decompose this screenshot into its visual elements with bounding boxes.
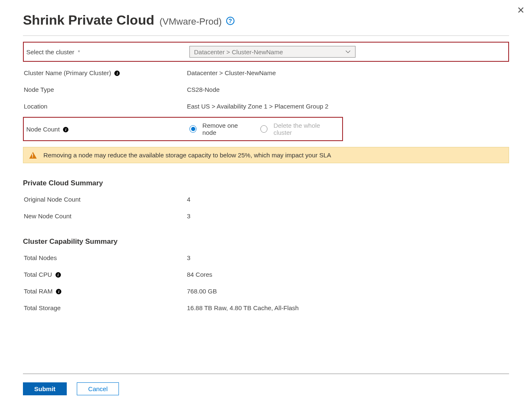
header-divider (23, 35, 509, 36)
info-icon[interactable]: i (56, 289, 61, 294)
close-icon: ✕ (517, 5, 524, 15)
cluster-name-value: Datacenter > Cluster-NewName (187, 69, 509, 76)
new-node-count-value: 3 (187, 212, 509, 220)
warning-icon (29, 152, 37, 159)
cancel-button[interactable]: Cancel (77, 382, 119, 395)
info-icon[interactable]: i (55, 272, 61, 278)
select-cluster-label: Select the cluster * (25, 48, 189, 56)
total-ram-value: 768.00 GB (187, 288, 509, 295)
footer: Submit Cancel (23, 374, 509, 395)
total-cpu-value: 84 Cores (187, 271, 509, 278)
dropdown-selected-value: Datacenter > Cluster-NewName (194, 48, 283, 56)
node-count-highlight: Node Count i Remove one node Delete the … (23, 117, 343, 141)
total-nodes-label: Total Nodes (23, 254, 187, 261)
help-icon[interactable]: ? (226, 17, 234, 25)
node-count-label-text: Node Count (26, 126, 60, 133)
submit-button[interactable]: Submit (23, 382, 67, 395)
select-cluster-dropdown[interactable]: Datacenter > Cluster-NewName (189, 46, 356, 58)
radio-delete-cluster-label: Delete the whole cluster (273, 122, 336, 136)
footer-divider (23, 374, 509, 374)
select-cluster-label-text: Select the cluster (26, 48, 74, 56)
page-header: Shrink Private Cloud (VMware-Prod) ? (23, 13, 509, 28)
location-label: Location (23, 103, 187, 110)
close-button[interactable]: ✕ (517, 5, 524, 16)
total-cpu-label-text: Total CPU (24, 271, 52, 278)
radio-delete-cluster[interactable] (260, 125, 267, 133)
page-title: Shrink Private Cloud (23, 13, 154, 28)
total-ram-label-text: Total RAM (24, 288, 53, 295)
chevron-down-icon (345, 49, 351, 55)
original-node-count-value: 4 (187, 196, 509, 203)
new-node-count-label: New Node Count (23, 212, 187, 220)
page-subtitle: (VMware-Prod) (159, 16, 222, 27)
private-cloud-summary-heading: Private Cloud Summary (23, 179, 509, 187)
radio-remove-one-node-label: Remove one node (202, 122, 250, 136)
warning-text: Removing a node may reduce the available… (43, 152, 331, 159)
node-type-label: Node Type (23, 86, 187, 93)
node-type-value: CS28-Node (187, 86, 509, 93)
location-value: East US > Availability Zone 1 > Placemen… (187, 103, 509, 110)
node-count-label: Node Count i (25, 126, 189, 133)
total-nodes-value: 3 (187, 254, 509, 261)
cluster-capability-heading: Cluster Capability Summary (23, 238, 509, 246)
total-storage-value: 16.88 TB Raw, 4.80 TB Cache, All-Flash (187, 304, 509, 311)
radio-remove-one-node[interactable] (189, 125, 197, 133)
info-icon[interactable]: i (114, 71, 120, 76)
cluster-name-label-text: Cluster Name (Primary Cluster) (24, 69, 111, 76)
cluster-select-highlight: Select the cluster * Datacenter > Cluste… (23, 42, 509, 62)
original-node-count-label: Original Node Count (23, 196, 187, 203)
total-cpu-label: Total CPU i (23, 271, 187, 278)
total-storage-label: Total Storage (23, 304, 187, 311)
total-ram-label: Total RAM i (23, 288, 187, 295)
required-marker: * (78, 48, 80, 56)
info-icon[interactable]: i (63, 127, 68, 132)
warning-banner: Removing a node may reduce the available… (23, 147, 509, 163)
cluster-name-label: Cluster Name (Primary Cluster) i (23, 69, 187, 76)
